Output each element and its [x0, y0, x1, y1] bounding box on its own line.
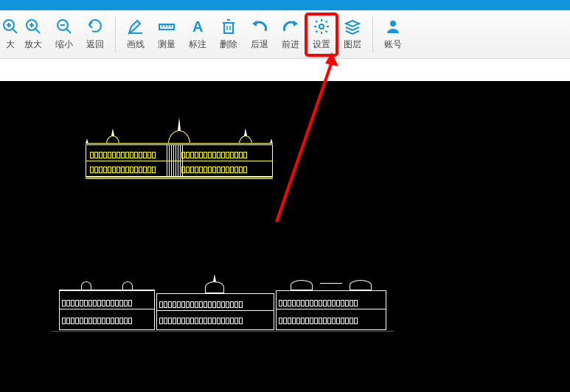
draw-line-button[interactable]: 画线: [120, 14, 151, 55]
window-titlebar: [0, 0, 570, 10]
zoom-in-label: 放大: [24, 38, 42, 51]
svg-line-5: [35, 29, 40, 33]
layers-label: 图层: [344, 38, 361, 51]
building-elevation-top: [86, 107, 273, 179]
undo-button[interactable]: 后退: [244, 14, 275, 55]
zoom-out-icon: [55, 18, 73, 35]
zoom-in-icon: [1, 18, 19, 35]
measure-label: 测量: [158, 38, 175, 51]
return-icon: [86, 18, 104, 35]
svg-marker-23: [252, 21, 257, 27]
zoom-out-button[interactable]: 缩小: [49, 14, 80, 55]
svg-line-9: [66, 29, 71, 33]
settings-button[interactable]: 设置: [306, 14, 337, 55]
zoom-in-icon: [24, 18, 42, 35]
svg-rect-12: [159, 24, 174, 29]
ruler-icon: [158, 18, 175, 35]
zoom-out-label: 缩小: [55, 38, 73, 51]
svg-text:A: A: [192, 18, 203, 35]
redo-button[interactable]: 前进: [275, 14, 306, 55]
svg-point-25: [319, 24, 324, 29]
redo-icon: [282, 18, 299, 35]
user-icon: [384, 18, 402, 35]
trash-icon: [220, 18, 237, 35]
pencil-icon: [127, 18, 145, 35]
svg-rect-18: [224, 23, 233, 33]
annotate-button[interactable]: A 标注: [182, 14, 213, 55]
account-button[interactable]: 账号: [378, 14, 409, 55]
building-elevation-bottom: [59, 273, 386, 332]
gear-icon: [313, 18, 330, 35]
delete-button[interactable]: 删除: [213, 14, 244, 55]
layers-button[interactable]: 图层: [337, 14, 368, 55]
annotate-label: 标注: [189, 38, 206, 51]
measure-button[interactable]: 测量: [151, 14, 182, 55]
svg-line-1: [13, 29, 17, 33]
back-button[interactable]: 返回: [80, 14, 111, 55]
undo-label: 后退: [251, 38, 268, 51]
draw-line-label: 画线: [127, 38, 145, 51]
drawing-canvas[interactable]: [0, 81, 570, 392]
zoom-in-button[interactable]: 放大: [18, 14, 49, 55]
text-a-icon: A: [189, 18, 206, 35]
zoom-fit-button[interactable]: 大: [3, 14, 18, 55]
svg-point-26: [390, 21, 396, 27]
settings-label: 设置: [313, 38, 330, 51]
toolbar-separator: [115, 17, 116, 52]
svg-marker-24: [293, 21, 298, 27]
undo-icon: [251, 18, 268, 35]
redo-label: 前进: [282, 38, 299, 51]
zoom-fit-label: 大: [6, 38, 15, 51]
account-label: 账号: [384, 38, 402, 51]
main-toolbar: 大 放大 缩小 返回 画线 测量 A 标注 删除: [0, 10, 570, 59]
delete-label: 删除: [220, 38, 237, 51]
back-label: 返回: [86, 38, 104, 51]
toolbar-separator: [372, 17, 373, 52]
layers-icon: [344, 18, 361, 35]
